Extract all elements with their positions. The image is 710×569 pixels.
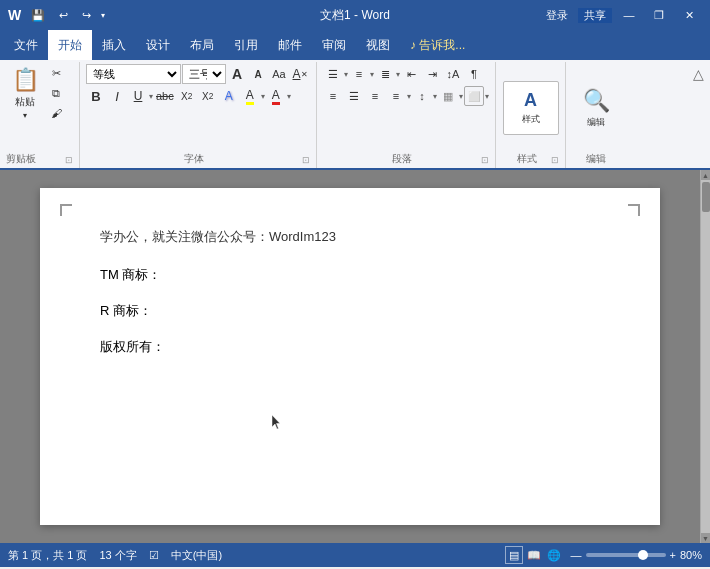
login-button[interactable]: 登录 xyxy=(540,8,574,23)
grow-font-button[interactable]: A xyxy=(227,64,247,84)
shrink-font-button[interactable]: A xyxy=(248,64,268,84)
menu-home[interactable]: 开始 xyxy=(48,30,92,60)
menu-mailings[interactable]: 邮件 xyxy=(268,30,312,60)
decrease-indent-button[interactable]: ⇤ xyxy=(401,64,421,84)
redo-button[interactable]: ↪ xyxy=(78,7,95,24)
align-right-button[interactable]: ≡ xyxy=(365,86,385,106)
line-spacing-button[interactable]: ↕ xyxy=(412,86,432,106)
font-size-select[interactable]: 三号 xyxy=(182,64,226,84)
font-expand-icon[interactable]: ⊡ xyxy=(302,155,310,165)
scroll-down-button[interactable]: ▼ xyxy=(701,533,711,543)
highlight-button[interactable]: A xyxy=(240,86,260,106)
web-layout-button[interactable]: 🌐 xyxy=(545,546,563,564)
clear-format-button[interactable]: A ✕ xyxy=(290,64,310,84)
italic-button[interactable]: I xyxy=(107,86,127,106)
numbering-button[interactable]: ≡ xyxy=(349,64,369,84)
menu-tell-me[interactable]: ♪ 告诉我... xyxy=(400,30,475,60)
menu-layout[interactable]: 布局 xyxy=(180,30,224,60)
superscript-button[interactable]: X2 xyxy=(198,86,218,106)
borders-dropdown[interactable]: ▾ xyxy=(485,92,489,101)
menu-file[interactable]: 文件 xyxy=(4,30,48,60)
menu-design[interactable]: 设计 xyxy=(136,30,180,60)
increase-indent-button[interactable]: ⇥ xyxy=(422,64,442,84)
proofing-icon[interactable]: ☑ xyxy=(149,549,159,562)
ribbon: 📋 粘贴 ▾ ✂ ✂ ⧉ 🖌 xyxy=(0,60,710,170)
zoom-plus-button[interactable]: + xyxy=(670,549,676,561)
line-spacing-dropdown[interactable]: ▾ xyxy=(433,92,437,101)
undo-button[interactable]: ↩ xyxy=(55,7,72,24)
paragraph-group: ☰ ▾ ≡ ▾ ≣ ▾ ⇤ ⇥ ↕A ¶ ≡ ☰ ≡ ≡ ▾ xyxy=(317,62,496,168)
numbering-dropdown[interactable]: ▾ xyxy=(370,70,374,79)
paste-dropdown-icon[interactable]: ▾ xyxy=(23,111,27,120)
justify-dropdown[interactable]: ▾ xyxy=(407,92,411,101)
vertical-scrollbar[interactable]: ▲ ▼ xyxy=(700,170,710,543)
language-label: 中文(中国) xyxy=(171,548,222,563)
save-button[interactable]: 💾 xyxy=(27,7,49,24)
read-mode-button[interactable]: 📖 xyxy=(525,546,543,564)
menu-review[interactable]: 审阅 xyxy=(312,30,356,60)
multilevel-button[interactable]: ≣ xyxy=(375,64,395,84)
ribbon-collapse-button[interactable]: △ xyxy=(687,62,710,168)
bullets-button[interactable]: ☰ xyxy=(323,64,343,84)
close-button[interactable]: ✕ xyxy=(676,2,702,28)
scroll-thumb[interactable] xyxy=(702,182,710,212)
multilevel-dropdown[interactable]: ▾ xyxy=(396,70,400,79)
style-icon: A xyxy=(524,90,537,111)
change-case-button[interactable]: Aa xyxy=(269,64,289,84)
document-line2: R 商标： xyxy=(100,302,600,320)
copy-icon: ⧉ xyxy=(52,87,60,100)
menu-insert[interactable]: 插入 xyxy=(92,30,136,60)
font-color-dropdown[interactable]: ▾ xyxy=(287,92,291,101)
cursor-indicator xyxy=(270,413,284,427)
minimize-button[interactable]: — xyxy=(616,2,642,28)
search-button[interactable]: 🔍 编辑 xyxy=(572,81,620,135)
subscript-button[interactable]: X2 xyxy=(177,86,197,106)
underline-dropdown[interactable]: ▾ xyxy=(149,92,153,101)
zoom-level[interactable]: 80% xyxy=(680,549,702,561)
font-name-select[interactable]: 等线 xyxy=(86,64,181,84)
justify-button[interactable]: ≡ xyxy=(386,86,406,106)
format-painter-button[interactable]: 🖌 xyxy=(46,104,66,122)
bold-button[interactable]: B xyxy=(86,86,106,106)
format-painter-icon: 🖌 xyxy=(51,107,62,119)
paragraph-expand-icon[interactable]: ⊡ xyxy=(481,155,489,165)
zoom-thumb[interactable] xyxy=(638,550,648,560)
search-icon: 🔍 xyxy=(583,88,610,114)
menu-references[interactable]: 引用 xyxy=(224,30,268,60)
align-center-button[interactable]: ☰ xyxy=(344,86,364,106)
clear-format-icon: A xyxy=(292,67,300,81)
title-bar: W 💾 ↩ ↪ ▾ 文档1 - Word 登录 共享 — ❐ ✕ xyxy=(0,0,710,30)
scroll-up-button[interactable]: ▲ xyxy=(701,170,711,180)
print-layout-button[interactable]: ▤ xyxy=(505,546,523,564)
share-button[interactable]: 共享 xyxy=(578,8,612,23)
zoom-minus-button[interactable]: — xyxy=(571,549,582,561)
page-scroll-area[interactable]: 学办公，就关注微信公众号：WordIm123 TM 商标： R 商标： 版权所有… xyxy=(0,170,700,543)
bullets-dropdown[interactable]: ▾ xyxy=(344,70,348,79)
menu-view[interactable]: 视图 xyxy=(356,30,400,60)
quick-access-dropdown[interactable]: ▾ xyxy=(101,11,105,20)
borders-button[interactable]: ⬜ xyxy=(464,86,484,106)
highlight-dropdown[interactable]: ▾ xyxy=(261,92,265,101)
align-left-button[interactable]: ≡ xyxy=(323,86,343,106)
restore-button[interactable]: ❐ xyxy=(646,2,672,28)
zoom-slider[interactable] xyxy=(586,553,666,557)
shading-dropdown[interactable]: ▾ xyxy=(459,92,463,101)
paste-button[interactable]: 📋 粘贴 ▾ xyxy=(6,64,44,122)
style-gallery-button[interactable]: A 样式 xyxy=(503,81,559,135)
show-marks-button[interactable]: ¶ xyxy=(464,64,484,84)
styles-expand-icon[interactable]: ⊡ xyxy=(551,155,559,165)
text-effect-button[interactable]: A xyxy=(219,86,239,106)
title-bar-right: 登录 共享 — ❐ ✕ xyxy=(540,2,702,28)
view-mode-buttons: ▤ 📖 🌐 xyxy=(505,546,563,564)
cut-button[interactable]: ✂ ✂ xyxy=(46,64,66,82)
font-color-button[interactable]: A xyxy=(266,86,286,106)
zoom-bar: — + 80% xyxy=(571,549,702,561)
sort-button[interactable]: ↕A xyxy=(443,64,463,84)
clipboard-expand-icon[interactable]: ⊡ xyxy=(65,155,73,165)
title-bar-left: W 💾 ↩ ↪ ▾ xyxy=(8,7,105,24)
copy-button[interactable]: ⧉ xyxy=(46,84,66,102)
shading-button[interactable]: ▦ xyxy=(438,86,458,106)
highlight-icon: A xyxy=(246,88,254,102)
underline-button[interactable]: U xyxy=(128,86,148,106)
strikethrough-button[interactable]: abc xyxy=(154,86,176,106)
